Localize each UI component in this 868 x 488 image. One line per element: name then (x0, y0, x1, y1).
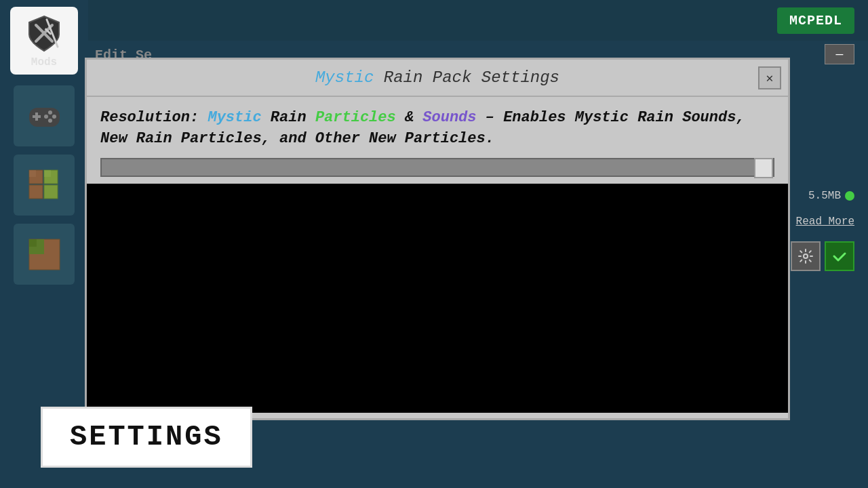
mcpedl-badge: MCPEDL (777, 7, 854, 34)
slider-container (100, 158, 774, 177)
res-mystic-text: Mystic (208, 109, 261, 126)
sidebar-item-blocks[interactable] (14, 155, 75, 216)
svg-point-20 (804, 254, 808, 258)
svg-rect-14 (44, 170, 51, 177)
svg-rect-12 (29, 170, 36, 177)
check-button[interactable] (825, 241, 854, 271)
sidebar-logo: Mods (10, 7, 78, 75)
res-amp-text: & (405, 109, 422, 126)
settings-modal: Mystic Rain Pack Settings ✕ Resolution: … (85, 58, 790, 420)
res-rain-text: Rain (271, 109, 315, 126)
modal-title: Mystic Rain Pack Settings (315, 68, 559, 87)
terrain-icon (26, 236, 63, 273)
modal-close-button[interactable]: ✕ (758, 66, 781, 89)
top-bar: MCPEDL (0, 0, 868, 41)
check-icon (831, 248, 848, 264)
resolution-description: Resolution: Mystic Rain Particles & Soun… (100, 108, 774, 150)
res-particles-text: Particles (315, 109, 396, 126)
settings-label-text: SETTINGS (70, 421, 223, 453)
settings-label-box: SETTINGS (41, 407, 252, 468)
gear-icon (797, 248, 814, 264)
minimize-button[interactable]: — (825, 44, 854, 64)
svg-rect-6 (33, 115, 41, 118)
res-sounds-text: Sounds (422, 109, 476, 126)
modal-content-area (87, 184, 788, 413)
title-mystic: Mystic (315, 68, 374, 87)
file-size-display: 5.5MB (808, 190, 854, 202)
svg-point-10 (44, 115, 48, 119)
svg-rect-15 (29, 185, 43, 199)
title-rest: Rain Pack Settings (374, 68, 559, 87)
gear-button[interactable] (791, 241, 821, 271)
res-label: Resolution: (100, 109, 199, 126)
modal-body: Resolution: Mystic Rain Particles & Soun… (87, 97, 788, 184)
svg-point-9 (48, 119, 52, 123)
gamepad-icon (26, 98, 63, 135)
slider-track[interactable] (100, 158, 774, 177)
shield-sword-icon (24, 13, 64, 54)
sidebar-item-terrain[interactable] (14, 224, 75, 285)
svg-rect-19 (29, 239, 37, 247)
action-buttons (791, 241, 854, 271)
sidebar-item-gamepad[interactable] (14, 85, 75, 146)
blocks-icon (26, 167, 63, 204)
svg-point-7 (48, 110, 52, 115)
read-more-link[interactable]: Read More (796, 216, 854, 228)
right-info-panel: 5.5MB Read More (791, 190, 854, 271)
sidebar-mods-label: Mods (31, 56, 57, 68)
modal-header: Mystic Rain Pack Settings ✕ (87, 60, 788, 97)
svg-point-8 (52, 115, 56, 119)
slider-thumb[interactable] (754, 158, 773, 178)
top-right-controls: — (825, 44, 854, 64)
svg-rect-16 (44, 185, 58, 199)
online-indicator (845, 191, 854, 201)
